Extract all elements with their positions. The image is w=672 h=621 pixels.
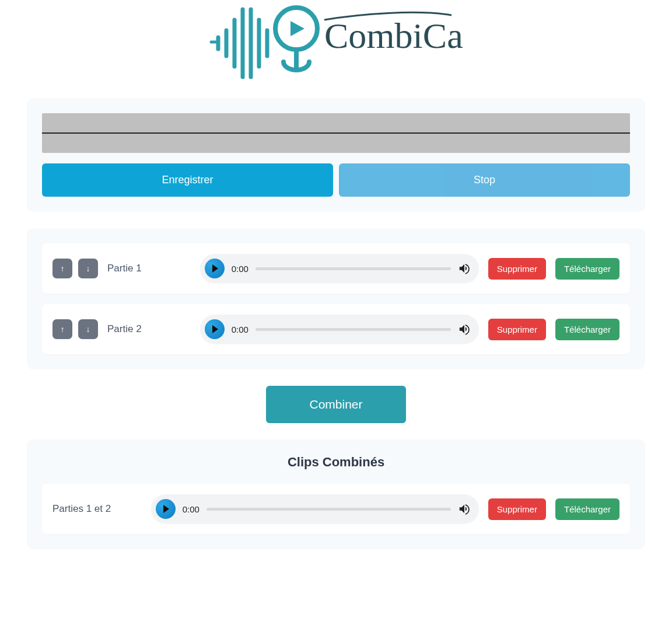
volume-icon[interactable] [458, 503, 471, 515]
app-logo: CombiCast [0, 0, 672, 98]
download-button[interactable]: Télécharger [555, 258, 620, 280]
clip-label: Partie 1 [107, 263, 142, 274]
move-up-button[interactable]: ↑ [52, 319, 72, 339]
move-down-button[interactable]: ↓ [78, 319, 98, 339]
combined-clip-row: Parties 1 et 2 0:00 Supprimer Télécharge… [42, 484, 630, 534]
delete-button[interactable]: Supprimer [488, 498, 546, 520]
audio-player: 0:00 [151, 494, 479, 524]
volume-icon[interactable] [458, 262, 471, 275]
record-button[interactable]: Enregistrer [42, 163, 333, 197]
combined-clips-panel: Clips Combinés Parties 1 et 2 0:00 Suppr… [27, 439, 645, 549]
svg-marker-9 [290, 21, 304, 36]
clip-row: ↑ ↓ Partie 1 0:00 Supprimer Télécharger [42, 243, 630, 294]
clip-label: Partie 2 [107, 323, 142, 335]
audio-player: 0:00 [200, 254, 479, 283]
play-icon [212, 325, 218, 333]
waveform-display [42, 113, 630, 153]
play-button[interactable] [205, 319, 225, 339]
audio-time: 0:00 [232, 325, 249, 334]
waveform-line [42, 132, 630, 134]
volume-icon[interactable] [458, 323, 471, 336]
play-button[interactable] [205, 259, 225, 278]
stop-button[interactable]: Stop [339, 163, 630, 197]
audio-time: 0:00 [232, 264, 249, 274]
play-button[interactable] [156, 499, 176, 519]
clips-panel: ↑ ↓ Partie 1 0:00 Supprimer Télécharger … [27, 228, 645, 369]
delete-button[interactable]: Supprimer [488, 319, 546, 340]
combined-clip-label: Parties 1 et 2 [52, 503, 123, 515]
download-button[interactable]: Télécharger [555, 498, 620, 520]
move-up-button[interactable]: ↑ [52, 259, 72, 278]
audio-progress[interactable] [206, 508, 451, 511]
audio-progress[interactable] [256, 267, 451, 270]
combined-clips-title: Clips Combinés [42, 455, 630, 470]
audio-time: 0:00 [183, 504, 200, 514]
svg-text:CombiCast: CombiCast [324, 16, 464, 55]
audio-player: 0:00 [200, 315, 479, 344]
play-icon [163, 505, 169, 513]
combine-button[interactable]: Combiner [266, 386, 405, 423]
clip-row: ↑ ↓ Partie 2 0:00 Supprimer Télécharger [42, 304, 630, 354]
recorder-panel: Enregistrer Stop [27, 98, 645, 212]
play-icon [212, 264, 218, 273]
delete-button[interactable]: Supprimer [488, 258, 546, 280]
move-down-button[interactable]: ↓ [78, 259, 98, 278]
audio-progress[interactable] [256, 328, 451, 331]
download-button[interactable]: Télécharger [555, 319, 620, 340]
